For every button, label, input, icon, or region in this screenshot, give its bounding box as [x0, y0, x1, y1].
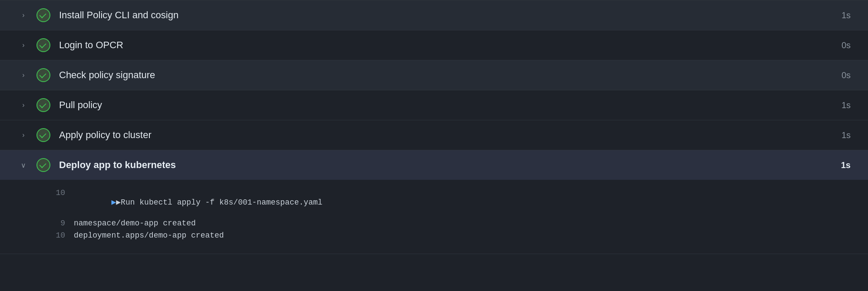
line-number-3: 10 — [52, 231, 74, 240]
step-row-deploy-kubernetes[interactable]: ∨ Deploy app to kubernetes 1s — [0, 150, 868, 180]
status-icon-pull-policy — [36, 98, 50, 112]
line-content-1: ▶▶Run kubectl apply -f k8s/001-namespace… — [74, 188, 323, 215]
step-label-check-policy: Check policy signature — [59, 69, 825, 81]
status-icon-check-policy — [36, 68, 50, 82]
step-list: › Install Policy CLI and cosign 1s › Log… — [0, 0, 868, 254]
step-duration-apply-policy: 1s — [825, 130, 851, 140]
output-line-2: 9 namespace/demo-app created — [52, 219, 851, 228]
chevron-icon-check-policy: › — [17, 69, 30, 81]
step-label-deploy-kubernetes: Deploy app to kubernetes — [59, 159, 825, 171]
step-output-deploy-kubernetes: 10 ▶▶Run kubectl apply -f k8s/001-namesp… — [0, 180, 868, 254]
chevron-icon-pull-policy: › — [17, 99, 30, 111]
step-row-check-policy[interactable]: › Check policy signature 0s — [0, 60, 868, 90]
step-row-apply-policy[interactable]: › Apply policy to cluster 1s — [0, 120, 868, 150]
step-label-pull-policy: Pull policy — [59, 99, 825, 111]
run-arrow-icon: ▶ — [111, 198, 116, 207]
step-duration-pull-policy: 1s — [825, 100, 851, 110]
output-line-1: 10 ▶▶Run kubectl apply -f k8s/001-namesp… — [52, 188, 851, 215]
step-duration-login-opcr: 0s — [825, 40, 851, 50]
status-icon-apply-policy — [36, 128, 50, 142]
chevron-icon-install-policy: › — [17, 9, 30, 21]
step-row-pull-policy[interactable]: › Pull policy 1s — [0, 90, 868, 120]
status-icon-deploy-kubernetes — [36, 158, 50, 172]
step-duration-check-policy: 0s — [825, 70, 851, 80]
step-duration-install-policy: 1s — [825, 10, 851, 20]
step-duration-deploy-kubernetes: 1s — [825, 160, 851, 170]
chevron-icon-login-opcr: › — [17, 39, 30, 51]
chevron-icon-apply-policy: › — [17, 129, 30, 141]
step-label-install-policy: Install Policy CLI and cosign — [59, 10, 825, 21]
chevron-icon-deploy-kubernetes: ∨ — [17, 159, 30, 171]
line-number-1: 10 — [52, 188, 74, 197]
step-row-login-opcr[interactable]: › Login to OPCR 0s — [0, 30, 868, 60]
line-content-2: namespace/demo-app created — [74, 219, 196, 228]
line-content-3: deployment.apps/demo-app created — [74, 231, 224, 240]
step-label-apply-policy: Apply policy to cluster — [59, 129, 825, 141]
status-icon-login-opcr — [36, 38, 50, 52]
line-number-2: 9 — [52, 219, 74, 228]
step-label-login-opcr: Login to OPCR — [59, 40, 825, 51]
status-icon-install-policy — [36, 8, 50, 22]
output-line-3: 10 deployment.apps/demo-app created — [52, 231, 851, 240]
step-row-install-policy[interactable]: › Install Policy CLI and cosign 1s — [0, 0, 868, 30]
